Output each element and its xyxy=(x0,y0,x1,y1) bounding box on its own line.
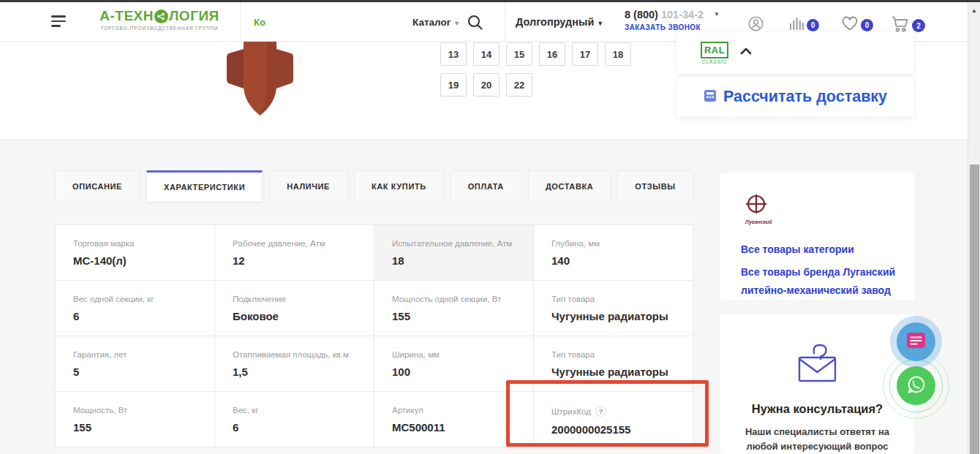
cart-count-badge: 2 xyxy=(912,19,925,32)
sections-count-grid: 13 14 15 16 17 18 19 20 22 xyxy=(440,42,644,97)
header-menu-item-truncated[interactable]: Ко xyxy=(254,17,265,28)
brand-card: Луганский Все товары категории Все товар… xyxy=(720,173,914,300)
tab-payment[interactable]: ОПЛАТА xyxy=(451,170,521,202)
ral-colors-card: RAL CLASSIC xyxy=(676,32,914,74)
spec-cell: Испытательное давление, Атм18 xyxy=(374,225,534,281)
logo-title: А-ТЕХНЛОГИЯ xyxy=(94,8,225,24)
section-count-option[interactable]: 16 xyxy=(539,42,565,66)
chat-note-icon xyxy=(906,332,926,352)
tab-description[interactable]: ОПИСАНИЕ xyxy=(55,170,140,202)
section-count-option[interactable]: 14 xyxy=(473,42,500,66)
delivery-button-label: Рассчитать доставку xyxy=(723,88,887,106)
search-icon[interactable] xyxy=(467,14,484,34)
header-divider xyxy=(240,2,241,42)
luhansk-plant-logo-icon xyxy=(741,194,894,219)
spec-cell: ПодключениеБоковое xyxy=(215,281,374,336)
spec-cell: Вес, кг6 xyxy=(215,392,374,447)
catalog-menu[interactable]: Каталог▼ xyxy=(412,17,460,28)
city-selector[interactable]: Долгопрудный▼ xyxy=(516,16,603,28)
spec-cell: Тип товараЧугунные радиаторы xyxy=(534,336,693,392)
section-count-option[interactable]: 19 xyxy=(440,73,467,97)
spec-cell: Вес одной секции, кг6 xyxy=(56,281,215,336)
spec-cell: Глубина, мм140 xyxy=(534,225,693,281)
phone-number[interactable]: 8 (800) 101-34-2▼ xyxy=(625,9,720,20)
account-icon[interactable] xyxy=(747,15,764,32)
spec-cell: Рабочее давление, Атм12 xyxy=(215,225,374,281)
tab-reviews[interactable]: ОТЗЫВЫ xyxy=(617,170,693,202)
section-count-option[interactable]: 17 xyxy=(572,42,598,66)
calculate-delivery-button[interactable]: Рассчитать доставку xyxy=(676,77,914,117)
all-category-products-link[interactable]: Все товары категории xyxy=(741,241,894,259)
whatsapp-button[interactable] xyxy=(897,366,935,405)
order-call-link[interactable]: ЗАКАЗАТЬ ЗВОНОК xyxy=(625,23,720,31)
spec-cell-barcode: ШтрихКод? 2000000025155 xyxy=(534,392,693,447)
site-logo[interactable]: А-ТЕХНЛОГИЯ ТОРГОВО-ПРОИЗВОДСТВЕННАЯ ГРУ… xyxy=(94,8,225,31)
tab-delivery[interactable]: ДОСТАВКА xyxy=(528,170,611,202)
brand-caption: Луганский xyxy=(745,219,894,224)
all-brand-products-link[interactable]: Все товары бренда Луганский литейно-меха… xyxy=(741,263,900,300)
section-count-option[interactable]: 15 xyxy=(506,42,532,66)
compare-count-badge: 0 xyxy=(807,19,819,31)
section-count-option[interactable]: 13 xyxy=(440,42,467,66)
section-count-option[interactable]: 20 xyxy=(473,73,500,97)
page-scrollbar[interactable]: ▲ xyxy=(968,2,980,454)
hamburger-menu-icon[interactable] xyxy=(51,15,67,29)
ral-classic-logo: RAL CLASSIC xyxy=(701,42,728,64)
section-count-option[interactable]: 22 xyxy=(506,73,532,97)
spec-cell: АртикулМС500011 xyxy=(374,392,534,447)
product-image-radiator xyxy=(211,42,309,122)
phone-block: 8 (800) 101-34-2▼ ЗАКАЗАТЬ ЗВОНОК xyxy=(625,9,720,31)
scrollbar-up-arrow[interactable]: ▲ xyxy=(971,7,977,14)
consultation-text: Наши специалисты ответят на любой интере… xyxy=(720,425,914,454)
section-count-option[interactable]: 18 xyxy=(605,42,631,66)
calculator-icon xyxy=(704,89,717,105)
chevron-up-icon[interactable] xyxy=(740,45,752,58)
spec-cell: Гарантия, лет5 xyxy=(56,336,215,392)
spec-cell: Мощность одной секции, Вт155 xyxy=(374,281,534,336)
consultation-title: Нужна консультация? xyxy=(720,402,914,416)
tab-how-to-buy[interactable]: КАК КУПИТЬ xyxy=(354,170,444,202)
spec-cell: Тип товараЧугунные радиаторы xyxy=(534,281,693,336)
envelope-question-icon xyxy=(794,374,841,387)
whatsapp-icon xyxy=(906,374,927,398)
favorites-count-badge: 0 xyxy=(861,19,873,31)
product-tabs: ОПИСАНИЕ ХАРАКТЕРИСТИКИ НАЛИЧИЕ КАК КУПИ… xyxy=(55,170,693,202)
spec-cell: Торговая маркаМС-140(л) xyxy=(56,225,215,281)
tab-availability[interactable]: НАЛИЧИЕ xyxy=(269,170,347,202)
spec-cell: Ширина, мм100 xyxy=(374,336,534,392)
chevron-down-icon: ▼ xyxy=(597,20,603,27)
logo-subtitle: ТОРГОВО-ПРОИЗВОДСТВЕННАЯ ГРУППА xyxy=(94,26,225,31)
chevron-down-icon: ▼ xyxy=(453,20,460,27)
spec-cell: Отапливаемая площадь, кв.м1,5 xyxy=(215,336,374,392)
spec-cell: Мощность, Вт155 xyxy=(56,392,215,447)
logo-network-icon xyxy=(154,10,168,23)
help-icon[interactable]: ? xyxy=(595,406,606,417)
specifications-table: Торговая маркаМС-140(л) Рабочее давление… xyxy=(55,224,693,447)
header-divider xyxy=(505,2,505,42)
chevron-down-icon: ▼ xyxy=(714,11,720,18)
tab-characteristics[interactable]: ХАРАКТЕРИСТИКИ xyxy=(146,170,263,202)
scrollbar-thumb[interactable] xyxy=(970,164,979,454)
